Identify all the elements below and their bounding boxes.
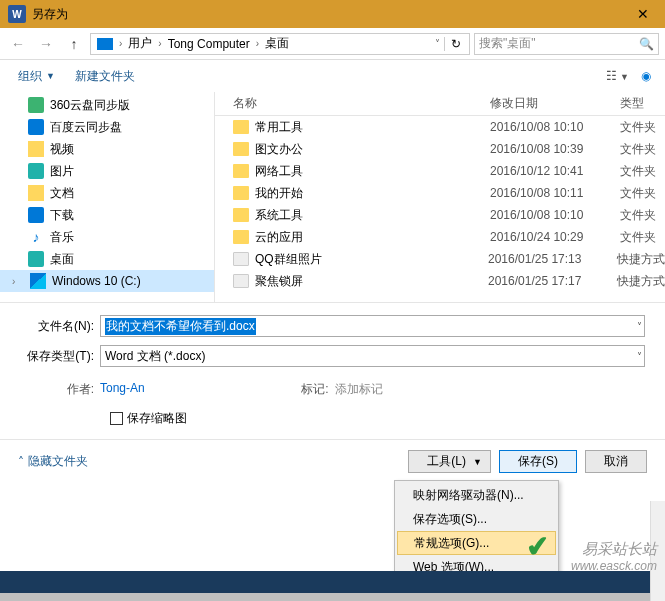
folder-icon xyxy=(233,186,249,200)
file-type: 文件夹 xyxy=(620,229,665,246)
menu-item[interactable]: 映射网络驱动器(N)... xyxy=(397,483,556,507)
crumb[interactable]: 用户 xyxy=(124,35,156,52)
filetype-label: 保存类型(T): xyxy=(20,348,100,365)
chevron-up-icon: ˄ xyxy=(18,455,24,469)
folder-icon xyxy=(233,230,249,244)
column-headers: 名称 修改日期 类型 xyxy=(215,92,665,116)
tags-label: 标记: xyxy=(295,381,335,398)
folder-icon xyxy=(233,120,249,134)
crumb[interactable]: 桌面 xyxy=(261,35,293,52)
file-row[interactable]: 常用工具2016/10/08 10:10文件夹 xyxy=(215,116,665,138)
sidebar-item[interactable]: 下载 xyxy=(0,204,214,226)
dropdown-icon[interactable]: ˅ xyxy=(637,321,642,332)
up-button[interactable]: ↑ xyxy=(62,32,86,56)
help-button[interactable]: ◉ xyxy=(637,67,655,85)
file-type: 文件夹 xyxy=(620,185,665,202)
expand-icon[interactable]: › xyxy=(12,276,24,287)
thumbnail-checkbox[interactable] xyxy=(110,412,123,425)
filename-input[interactable]: 我的文档不希望你看到.docx ˅ xyxy=(100,315,645,337)
sidebar-item[interactable]: 360云盘同步版 xyxy=(0,94,214,116)
close-button[interactable]: ✕ xyxy=(623,0,663,28)
sidebar-item-label: 视频 xyxy=(50,141,74,158)
search-input[interactable]: 搜索"桌面" 🔍 xyxy=(474,33,659,55)
shortcut-icon xyxy=(233,274,249,288)
forward-button: → xyxy=(34,32,58,56)
file-row[interactable]: 聚焦锁屏2016/01/25 17:17快捷方式 xyxy=(215,270,665,292)
back-button[interactable]: ← xyxy=(6,32,30,56)
sidebar-item-label: 百度云同步盘 xyxy=(50,119,122,136)
pc-icon xyxy=(97,38,113,50)
author-label: 作者: xyxy=(20,381,100,398)
file-date: 2016/10/08 10:11 xyxy=(490,186,620,200)
file-date: 2016/01/25 17:17 xyxy=(488,274,617,288)
folder-icon: ♪ xyxy=(28,229,44,245)
window-title: 另存为 xyxy=(32,6,623,23)
file-row[interactable]: 网络工具2016/10/12 10:41文件夹 xyxy=(215,160,665,182)
menu-item[interactable]: 保存选项(S)... xyxy=(397,507,556,531)
file-date: 2016/10/08 10:39 xyxy=(490,142,620,156)
thumbnail-label: 保存缩略图 xyxy=(127,410,187,427)
file-type: 文件夹 xyxy=(620,119,665,136)
file-name: 图文办公 xyxy=(255,141,303,158)
filetype-select[interactable]: Word 文档 (*.docx) ˅ xyxy=(100,345,645,367)
folder-icon xyxy=(233,142,249,156)
tags-value[interactable]: 添加标记 xyxy=(335,381,383,398)
column-date[interactable]: 修改日期 xyxy=(490,95,620,112)
save-button[interactable]: 保存(S) xyxy=(499,450,577,473)
folder-icon xyxy=(28,119,44,135)
path-dropdown-icon[interactable]: ˅ xyxy=(431,38,444,49)
refresh-button[interactable]: ↻ xyxy=(444,37,467,51)
new-folder-button[interactable]: 新建文件夹 xyxy=(67,64,143,89)
folder-icon xyxy=(28,97,44,113)
chevron-right-icon[interactable]: › xyxy=(156,38,163,49)
file-type: 快捷方式 xyxy=(617,251,665,268)
sidebar-item[interactable]: 图片 xyxy=(0,160,214,182)
column-name[interactable]: 名称 xyxy=(215,95,490,112)
chevron-right-icon[interactable]: › xyxy=(254,38,261,49)
file-type: 文件夹 xyxy=(620,163,665,180)
caret-down-icon: ▼ xyxy=(46,71,55,81)
sidebar-item[interactable]: 文档 xyxy=(0,182,214,204)
hide-folders-toggle[interactable]: ˄ 隐藏文件夹 xyxy=(18,453,88,470)
sidebar-item[interactable]: ♪音乐 xyxy=(0,226,214,248)
main-panel: 360云盘同步版百度云同步盘视频图片文档下载♪音乐桌面›Windows 10 (… xyxy=(0,92,665,302)
tools-button[interactable]: 工具(L) ▼ xyxy=(408,450,491,473)
dropdown-icon[interactable]: ˅ xyxy=(637,351,642,362)
sidebar-item[interactable]: 桌面 xyxy=(0,248,214,270)
background-app xyxy=(0,571,650,601)
search-icon[interactable]: 🔍 xyxy=(639,37,654,51)
sidebar-item-label: 桌面 xyxy=(50,251,74,268)
filename-label: 文件名(N): xyxy=(20,318,100,335)
file-row[interactable]: 我的开始2016/10/08 10:11文件夹 xyxy=(215,182,665,204)
sidebar-item-label: 文档 xyxy=(50,185,74,202)
file-name: 云的应用 xyxy=(255,229,303,246)
cancel-button[interactable]: 取消 xyxy=(585,450,647,473)
folder-icon xyxy=(30,273,46,289)
file-row[interactable]: QQ群组照片2016/01/25 17:13快捷方式 xyxy=(215,248,665,270)
sidebar-item[interactable]: 视频 xyxy=(0,138,214,160)
folder-icon xyxy=(233,208,249,222)
sidebar-item-label: 音乐 xyxy=(50,229,74,246)
crumb[interactable]: Tong Computer xyxy=(164,37,254,51)
view-options-button[interactable]: ☷ ▼ xyxy=(602,67,633,85)
file-type: 文件夹 xyxy=(620,141,665,158)
sidebar-item-label: 下载 xyxy=(50,207,74,224)
file-date: 2016/10/08 10:10 xyxy=(490,120,620,134)
folder-icon xyxy=(28,251,44,267)
chevron-right-icon[interactable]: › xyxy=(117,38,124,49)
organize-button[interactable]: 组织 ▼ xyxy=(10,64,63,89)
breadcrumb[interactable]: › 用户 › Tong Computer › 桌面 ˅ ↻ xyxy=(90,33,470,55)
file-row[interactable]: 云的应用2016/10/24 10:29文件夹 xyxy=(215,226,665,248)
file-row[interactable]: 图文办公2016/10/08 10:39文件夹 xyxy=(215,138,665,160)
sidebar-item-label: Windows 10 (C:) xyxy=(52,274,141,288)
file-row[interactable]: 系统工具2016/10/08 10:10文件夹 xyxy=(215,204,665,226)
sidebar-item[interactable]: 百度云同步盘 xyxy=(0,116,214,138)
sidebar-item-label: 图片 xyxy=(50,163,74,180)
author-value[interactable]: Tong-An xyxy=(100,381,145,398)
shortcut-icon xyxy=(233,252,249,266)
caret-down-icon: ▼ xyxy=(473,457,482,467)
watermark: 易采站长站 www.easck.com xyxy=(571,540,657,573)
file-name: 网络工具 xyxy=(255,163,303,180)
column-type[interactable]: 类型 xyxy=(620,95,665,112)
sidebar-item[interactable]: ›Windows 10 (C:) xyxy=(0,270,214,292)
